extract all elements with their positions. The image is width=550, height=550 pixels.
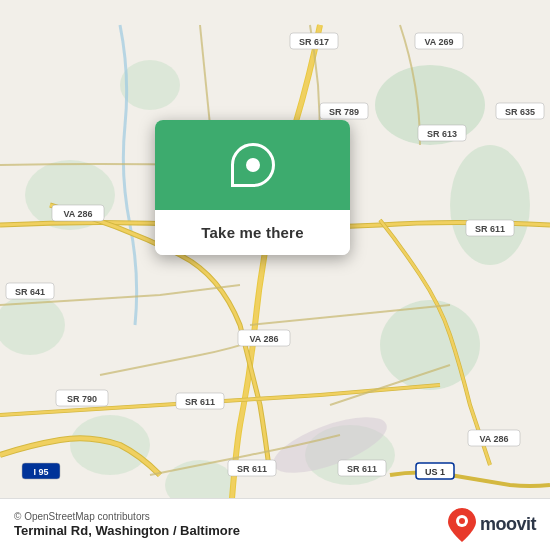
svg-text:SR 611: SR 611 [347, 464, 377, 474]
svg-text:US 1: US 1 [425, 467, 445, 477]
moovit-logo: moovit [448, 508, 536, 542]
bottom-left-info: © OpenStreetMap contributors Terminal Rd… [14, 511, 240, 538]
svg-text:SR 617: SR 617 [299, 37, 329, 47]
svg-point-43 [459, 518, 465, 524]
popup-header [155, 120, 350, 210]
svg-text:VA 286: VA 286 [479, 434, 508, 444]
svg-text:SR 790: SR 790 [67, 394, 97, 404]
moovit-brand-text: moovit [480, 514, 536, 535]
svg-point-1 [450, 145, 530, 265]
location-name: Terminal Rd, Washington / Baltimore [14, 523, 240, 538]
map-svg: SR 617 VA 269 SR 789 SR 613 SR 635 VA 28… [0, 0, 550, 550]
take-me-there-button[interactable]: Take me there [155, 210, 350, 255]
svg-text:VA 269: VA 269 [424, 37, 453, 47]
map-container: SR 617 VA 269 SR 789 SR 613 SR 635 VA 28… [0, 0, 550, 550]
svg-text:SR 641: SR 641 [15, 287, 45, 297]
svg-text:SR 611: SR 611 [475, 224, 505, 234]
svg-point-2 [380, 300, 480, 390]
popup-card: Take me there [155, 120, 350, 255]
svg-point-4 [120, 60, 180, 110]
location-pin-icon [231, 143, 275, 187]
svg-text:I 95: I 95 [33, 467, 48, 477]
osm-credit: © OpenStreetMap contributors [14, 511, 240, 522]
moovit-pin-icon [448, 508, 476, 542]
svg-text:SR 613: SR 613 [427, 129, 457, 139]
svg-text:SR 611: SR 611 [185, 397, 215, 407]
svg-text:SR 789: SR 789 [329, 107, 359, 117]
svg-text:SR 611: SR 611 [237, 464, 267, 474]
svg-text:SR 635: SR 635 [505, 107, 535, 117]
svg-text:VA 286: VA 286 [63, 209, 92, 219]
svg-text:VA 286: VA 286 [249, 334, 278, 344]
bottom-bar: © OpenStreetMap contributors Terminal Rd… [0, 498, 550, 550]
